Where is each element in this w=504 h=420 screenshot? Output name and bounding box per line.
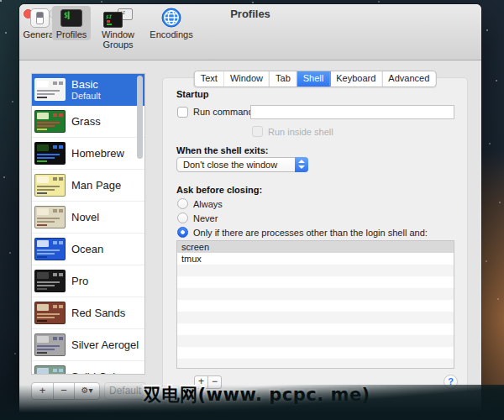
process-row-empty[interactable]	[177, 288, 454, 300]
tab-text[interactable]: Text	[195, 71, 224, 87]
add-process-button[interactable]: +	[194, 375, 208, 389]
thumbnail-detail	[37, 352, 47, 354]
process-row-empty[interactable]	[177, 335, 454, 347]
thumbnail-detail	[59, 113, 63, 117]
thumbnail-detail	[37, 157, 55, 159]
thumbnail-detail	[53, 145, 57, 149]
thumbnail-detail	[37, 317, 55, 318]
scrollbar-thumb[interactable]	[137, 76, 143, 159]
thumbnail-detail	[37, 349, 55, 350]
profile-item-basic[interactable]: BasicDefault	[32, 74, 144, 106]
thumbnail-detail	[59, 209, 63, 213]
thumbnail-detail	[37, 160, 47, 162]
tab-keyboard[interactable]: Keyboard	[330, 71, 382, 87]
dropdown-value: Don't close the window	[177, 158, 307, 171]
gear-menu-button[interactable]: ⚙▾	[74, 382, 100, 400]
radio-always[interactable]	[177, 198, 188, 209]
profile-name-box: Grass	[71, 115, 101, 128]
shell-exits-dropdown[interactable]: Don't close the window	[176, 157, 308, 172]
thumbnail-detail	[37, 144, 49, 151]
profile-item-homebrew[interactable]: Homebrew	[32, 138, 144, 170]
process-row-tmux[interactable]: tmux	[177, 253, 454, 265]
thumbnail-detail	[53, 369, 57, 372]
radio-never[interactable]	[177, 213, 188, 223]
thumbnail-detail	[59, 369, 63, 372]
remove-profile-button[interactable]: −	[53, 382, 75, 400]
run-command-input[interactable]	[250, 105, 454, 119]
desktop-background: Profiles General Profiles Window Groups	[0, 0, 504, 420]
tab-window[interactable]: Window	[224, 71, 270, 87]
settings-panel: TextWindowTabShellKeyboardAdvanced Start…	[162, 77, 468, 400]
thumbnail-detail	[53, 177, 57, 181]
profile-subtitle: Default	[71, 91, 101, 102]
stars-decoration	[0, 0, 2, 2]
process-row-empty[interactable]	[177, 323, 454, 335]
tab-bar: TextWindowTabShellKeyboardAdvanced	[194, 71, 437, 87]
profile-name-box: Silver Aerogel	[71, 339, 139, 351]
chevron-down-icon: ▾	[88, 386, 92, 395]
profile-item-novel[interactable]: Novel	[32, 202, 144, 234]
tab-advanced[interactable]: Advanced	[382, 71, 435, 87]
radio-only-if-processes[interactable]	[177, 227, 188, 238]
thumbnail-detail	[37, 249, 60, 251]
thumbnail-detail	[37, 240, 49, 247]
thumbnail-detail	[37, 81, 49, 87]
profile-item-solid-colors[interactable]: Solid Colors	[32, 361, 144, 375]
help-button[interactable]: ?	[444, 375, 458, 389]
remove-process-button[interactable]: −	[207, 375, 222, 389]
add-profile-button[interactable]: +	[31, 382, 54, 400]
thumbnail-detail	[59, 241, 63, 244]
process-row-empty[interactable]	[177, 300, 454, 312]
process-row-empty[interactable]	[177, 265, 454, 276]
profile-thumbnail	[34, 270, 66, 292]
thumbnail-detail	[37, 90, 60, 92]
profile-name-box: Solid Colors	[71, 370, 130, 375]
thumbnail-detail	[37, 253, 55, 255]
process-row-empty[interactable]	[177, 276, 454, 288]
process-row-empty[interactable]	[177, 359, 454, 369]
profile-item-silver-aerogel[interactable]: Silver Aerogel	[32, 329, 144, 361]
profile-name: Pro	[71, 275, 88, 287]
thumbnail-detail	[59, 305, 63, 308]
thumbnail-detail	[37, 313, 60, 315]
thumbnail-detail	[37, 154, 60, 155]
thumbnail-detail	[59, 273, 63, 276]
tab-tab[interactable]: Tab	[270, 71, 297, 87]
globe-icon	[160, 7, 182, 29]
general-icon	[30, 8, 50, 28]
thumbnail-detail	[37, 125, 55, 127]
thumbnail-detail	[37, 320, 47, 322]
profile-item-grass[interactable]: Grass	[32, 106, 144, 138]
profile-item-ocean[interactable]: Ocean	[32, 234, 144, 265]
thumbnail-detail	[37, 336, 49, 343]
toolbar-item-window-groups[interactable]: Window Groups	[86, 6, 150, 40]
thumbnail-detail	[37, 368, 49, 375]
thumbnail-detail	[53, 305, 57, 308]
process-row-empty[interactable]	[177, 312, 454, 323]
thumbnail-detail	[37, 218, 60, 219]
thumbnail-detail	[37, 272, 49, 279]
profile-name: Basic	[71, 78, 101, 91]
process-list[interactable]: screentmux	[176, 240, 454, 369]
profile-thumbnail	[34, 365, 66, 375]
process-row-empty[interactable]	[177, 347, 454, 359]
profile-name-box: Ocean	[71, 243, 103, 255]
profile-item-red-sands[interactable]: Red Sands	[32, 297, 144, 329]
preferences-window: Profiles General Profiles Window Groups	[19, 4, 481, 417]
run-inside-shell-checkbox[interactable]	[252, 126, 263, 137]
profile-item-man-page[interactable]: Man Page	[32, 170, 144, 202]
toolbar-item-encodings[interactable]: Encodings	[142, 6, 201, 40]
run-inside-shell-label: Run inside shell	[268, 127, 333, 137]
profile-name-box: Red Sands	[71, 307, 125, 319]
gear-icon: ⚙	[81, 386, 89, 395]
profile-thumbnail	[34, 206, 66, 228]
thumbnail-detail	[53, 337, 57, 340]
tab-shell[interactable]: Shell	[297, 71, 330, 87]
process-row-screen[interactable]: screen	[177, 241, 454, 253]
run-command-checkbox[interactable]	[177, 107, 188, 118]
thumbnail-detail	[37, 93, 55, 95]
window-groups-icon	[102, 8, 134, 29]
default-button[interactable]: Default	[104, 382, 146, 400]
thumbnail-detail	[37, 281, 60, 283]
profile-item-pro[interactable]: Pro	[32, 265, 144, 297]
